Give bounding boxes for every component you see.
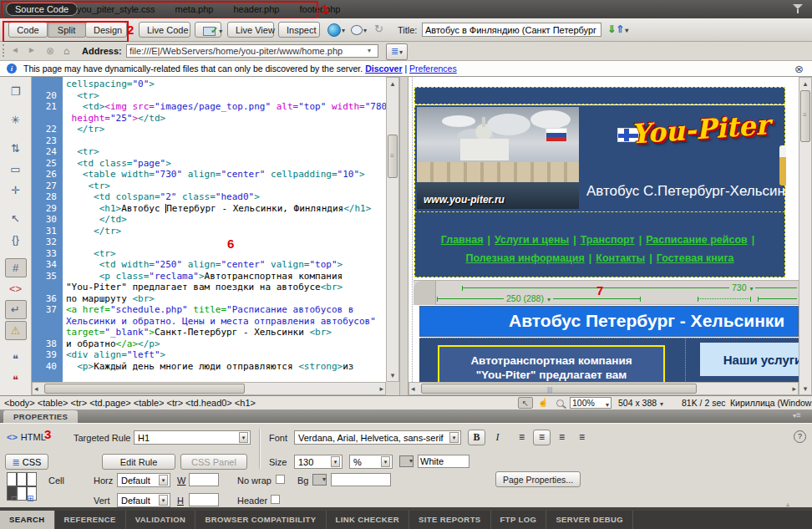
italic-button[interactable]: I xyxy=(489,430,506,445)
scrollbar-thumb[interactable]: ≡ xyxy=(800,90,810,142)
file-management-icon[interactable]: ⇓⇑▾ xyxy=(607,23,628,35)
hand-tool-icon[interactable]: ☝ xyxy=(535,397,551,409)
select-tool-icon[interactable]: ↖ xyxy=(518,397,533,409)
size-unit-select[interactable]: % ▾ xyxy=(349,455,393,469)
scrollbar-thumb[interactable]: ||| xyxy=(421,384,697,394)
design-view-button[interactable]: Design xyxy=(85,22,127,38)
show-code-navigator-icon[interactable]: ✳ xyxy=(5,110,27,130)
address-dropdown-icon[interactable]: ▾ xyxy=(368,47,371,54)
address-input[interactable] xyxy=(126,44,378,58)
reclama-box[interactable]: Автотранспортная компания "You-Piter" пр… xyxy=(438,345,665,382)
scrollbar-thumb[interactable] xyxy=(44,384,245,394)
bottom-tab-reference[interactable]: REFERENCE xyxy=(55,511,126,529)
scrollbar-thumb[interactable]: ≡ xyxy=(388,135,398,178)
services-box[interactable]: Наши услуги xyxy=(700,343,799,376)
scroll-up-icon[interactable]: ▴ xyxy=(799,79,811,88)
code-line[interactable]: <td colspan="2" class="head0"> xyxy=(66,191,386,203)
table-width-menu[interactable]: 730 ▾ xyxy=(729,282,755,292)
browser-list-button[interactable]: ≣▾ xyxy=(386,43,408,60)
collapse-selection-icon[interactable]: ▭ xyxy=(5,160,27,179)
code-design-splitter[interactable] xyxy=(399,77,409,395)
scroll-right-icon[interactable]: ▸ xyxy=(792,384,796,393)
no-wrap-checkbox[interactable] xyxy=(276,475,285,484)
live-view-button[interactable]: Live View xyxy=(227,22,274,38)
code-line[interactable]: </tr> xyxy=(66,124,386,135)
code-line[interactable]: по маршруту <br> xyxy=(66,293,386,305)
bottom-tab-site-reports[interactable]: SITE REPORTS xyxy=(409,511,490,529)
stop-icon[interactable]: ⊗ xyxy=(46,45,54,57)
edit-rule-button[interactable]: Edit Rule xyxy=(102,454,175,470)
site-banner[interactable]: www.you-piter.ru You-Piter Автобус С.Пет… xyxy=(414,105,785,212)
split-cell-icon[interactable]: ⊞ xyxy=(27,494,33,503)
code-line[interactable] xyxy=(66,135,386,147)
code-line[interactable]: и обратно</a></p> xyxy=(66,338,386,350)
tag-path[interactable]: <body> <table> <tr> <td.page> <table> <t… xyxy=(4,398,256,408)
css-properties-button[interactable]: ≣CSS xyxy=(5,454,48,470)
toolbar-grip[interactable] xyxy=(3,44,4,57)
code-line[interactable]: </tr> xyxy=(66,226,386,237)
bottom-tab-link-checker[interactable]: LINK CHECKER xyxy=(327,511,410,529)
page-properties-button[interactable]: Page Properties... xyxy=(495,471,581,487)
code-line[interactable]: height="25"></td> xyxy=(66,113,386,125)
size-select[interactable]: 130 ▾ xyxy=(294,455,343,469)
align-center-button[interactable]: ≡ xyxy=(533,430,551,445)
related-file-tab[interactable]: meta.php xyxy=(165,4,224,14)
nav-link[interactable]: Главная xyxy=(441,234,484,246)
code-editor[interactable]: cellspacing="0"> <tr> <td><img src="imag… xyxy=(63,77,386,382)
help-icon[interactable]: ? xyxy=(794,430,806,443)
nav-link[interactable]: Контакты xyxy=(596,252,645,264)
justify-button[interactable]: ≡ xyxy=(573,430,591,445)
code-line[interactable]: Хельсинки и обратно. Цены и места отправ… xyxy=(66,316,386,328)
nav-link[interactable]: Транспорт xyxy=(581,234,635,246)
horz-align-select[interactable]: Default ▾ xyxy=(117,473,170,487)
remove-comment-icon[interactable]: ❝ xyxy=(5,370,27,389)
scroll-down-icon[interactable]: ▾ xyxy=(387,371,398,379)
syntax-error-alerts-icon[interactable]: ⚠ xyxy=(5,321,27,340)
nav-link[interactable]: Гостевая книга xyxy=(657,252,734,264)
select-parent-tag-icon[interactable]: ↖ xyxy=(5,209,27,228)
header-checkbox[interactable] xyxy=(271,495,280,504)
bottom-tab-browser-compatibility[interactable]: BROWSER COMPATIBILITY xyxy=(195,511,326,529)
code-line[interactable]: </td> xyxy=(66,214,386,226)
inspect-button[interactable]: Inspect xyxy=(278,22,320,38)
bottom-tab-ftp-log[interactable]: FTP LOG xyxy=(491,511,547,529)
code-line[interactable]: <h1>Автобус Петербург - Хельсинки, Финля… xyxy=(66,203,386,215)
code-line[interactable]: <table width="730" align="center" cellpa… xyxy=(66,169,386,181)
code-line[interactable]: <td width="250" align="center" valign="t… xyxy=(66,259,386,271)
helsinki-photo[interactable]: www.you-piter.ru xyxy=(417,107,579,209)
code-view-button[interactable]: Code xyxy=(8,22,48,38)
code-line[interactable]: <tr> xyxy=(66,181,386,192)
nav-link[interactable]: Полезная информация xyxy=(465,252,584,264)
html-properties-button[interactable]: <>HTML xyxy=(7,432,46,442)
word-wrap-icon[interactable]: ↵ xyxy=(5,300,27,319)
scroll-left-icon[interactable]: ◂ xyxy=(34,384,38,393)
code-line[interactable]: cellspacing="0"> xyxy=(66,79,386,90)
discover-link[interactable]: Discover xyxy=(365,64,402,74)
nav-link[interactable]: Расписание рейсов xyxy=(646,234,748,246)
font-select[interactable]: Verdana, Arial, Helvetica, sans-serif ▾ xyxy=(294,430,461,445)
zoom-tool-icon[interactable] xyxy=(553,397,568,409)
code-vertical-scrollbar[interactable]: ▴ ≡ ▾ xyxy=(386,77,399,382)
bottom-tab-server-debug[interactable]: SERVER DEBUG xyxy=(546,511,633,529)
bottom-tab-validation[interactable]: VALIDATION xyxy=(126,511,196,529)
code-line[interactable]: <div align="left"> xyxy=(66,349,386,361)
code-line[interactable]: target="_blank">Санкт-Петербург - Хельси… xyxy=(66,327,386,338)
align-left-button[interactable]: ≡ xyxy=(513,430,530,445)
filter-related-files-icon[interactable] xyxy=(792,4,804,15)
visual-aids-icon[interactable]: ▾ xyxy=(351,23,367,35)
scroll-right-icon[interactable]: ▸ xyxy=(379,384,383,393)
table-width-bar[interactable]: 730 ▾ 250 (288) ▾ 7 xyxy=(414,280,799,305)
code-line[interactable]: "You-Piter" предлагает вам поездки на ав… xyxy=(66,282,386,293)
code-horizontal-scrollbar[interactable]: ◂ ▸ xyxy=(32,382,386,395)
bold-button[interactable]: B xyxy=(468,430,485,445)
code-line[interactable]: <p class="reclama">Автотранспортная комп… xyxy=(66,271,386,282)
vert-align-select[interactable]: Default ▾ xyxy=(117,493,170,507)
home-icon[interactable]: ⌂ xyxy=(63,45,69,57)
forward-icon[interactable]: ► xyxy=(28,45,36,54)
expand-all-icon[interactable]: ✛ xyxy=(5,181,27,200)
window-size-select[interactable]: 504 x 388 ▾ xyxy=(618,398,663,408)
check-browser-compatibility-button[interactable]: ✓▾ xyxy=(195,22,221,38)
properties-tab[interactable]: PROPERTIES xyxy=(3,410,78,423)
code-line[interactable]: <tr> xyxy=(66,146,386,158)
code-line[interactable]: <tr> xyxy=(66,90,386,102)
